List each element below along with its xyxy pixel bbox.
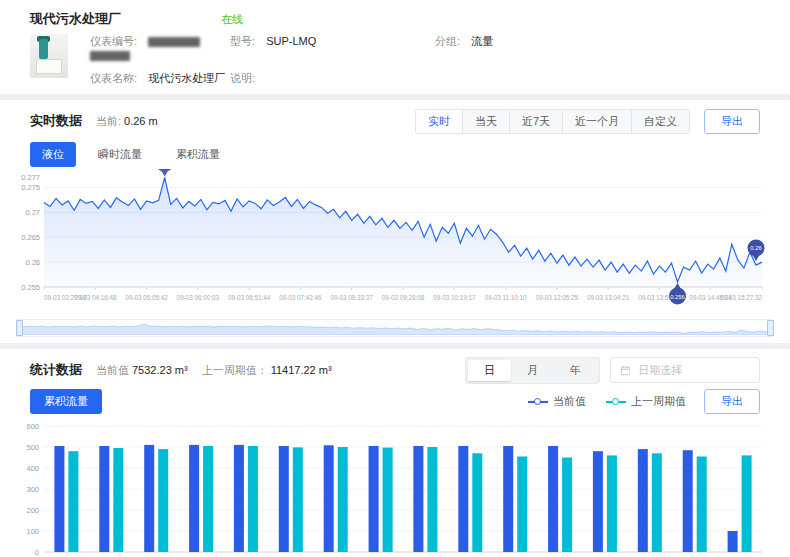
svg-text:0.26: 0.26 <box>750 245 761 251</box>
svg-text:0.27: 0.27 <box>25 208 40 217</box>
svg-text:100: 100 <box>26 527 39 536</box>
group-label: 分组: <box>435 35 460 47</box>
model-value: SUP-LMQ <box>266 35 316 47</box>
chart-legend: 当前值上一周期值 <box>528 394 686 409</box>
period-button-日[interactable]: 日 <box>468 360 511 381</box>
legend-marker-icon <box>528 397 548 406</box>
stats-export-button[interactable]: 导出 <box>704 389 760 414</box>
svg-text:09-03 10:19:17: 09-03 10:19:17 <box>433 294 476 301</box>
range-button-实时[interactable]: 实时 <box>416 110 463 133</box>
svg-text:600: 600 <box>26 422 39 431</box>
current-label: 当前: <box>96 115 121 127</box>
date-picker[interactable] <box>610 357 760 383</box>
redacted-value <box>148 37 200 47</box>
svg-text:0: 0 <box>35 548 39 557</box>
line-chart-datazoom-slider[interactable] <box>16 319 774 337</box>
device-name-label: 仪表名称: <box>90 72 137 84</box>
device-header-card: 现代污水处理厂 在线 仪表编号: 型号: SUP-LMQ 分组: 流量 仪表名 <box>0 0 790 94</box>
stat-current-value: 7532.23 m³ <box>132 364 188 376</box>
period-button-月[interactable]: 月 <box>511 360 554 381</box>
cumulative-flow-button[interactable]: 累积流量 <box>30 389 102 414</box>
group-value: 流量 <box>471 35 493 47</box>
svg-text:0.256: 0.256 <box>670 294 685 300</box>
export-button[interactable]: 导出 <box>704 109 760 134</box>
stat-current-label: 当前值 <box>96 364 129 376</box>
period-segmented-control: 日月年 <box>465 357 600 384</box>
svg-text:0.277: 0.277 <box>21 173 40 182</box>
svg-text:0.26: 0.26 <box>25 258 40 267</box>
legend-marker-icon <box>606 397 626 406</box>
svg-text:09-03 11:10:10: 09-03 11:10:10 <box>485 294 527 301</box>
tab-累积流量[interactable]: 累积流量 <box>164 142 232 167</box>
metric-tabs: 液位瞬时流量累积流量 <box>0 134 790 167</box>
remark-label: 说明: <box>230 72 255 84</box>
current-value: 0.26 m <box>124 115 158 127</box>
redacted-value <box>90 51 130 61</box>
range-button-近7天[interactable]: 近7天 <box>510 110 563 133</box>
svg-text:09-03 09:28:08: 09-03 09:28:08 <box>382 294 425 301</box>
stat-prev-label: 上一周期值： <box>202 364 268 376</box>
status-badge: 在线 <box>221 12 243 27</box>
svg-text:0.275: 0.275 <box>21 183 40 192</box>
calendar-icon <box>621 365 630 376</box>
device-fields: 仪表编号: 型号: SUP-LMQ 分组: 流量 仪表名称: 现代污水处理厂 说… <box>90 34 493 86</box>
svg-text:09-03 04:16:48: 09-03 04:16:48 <box>74 294 117 301</box>
date-picker-input[interactable] <box>636 363 749 377</box>
legend-label: 当前值 <box>553 394 586 409</box>
svg-text:09-03 12:05:25: 09-03 12:05:25 <box>536 294 579 301</box>
device-name-value: 现代污水处理厂 <box>148 72 225 84</box>
svg-text:09-03 06:00:03: 09-03 06:00:03 <box>177 294 220 301</box>
datazoom-right-handle[interactable] <box>767 320 774 336</box>
range-button-自定义[interactable]: 自定义 <box>632 110 689 133</box>
meter-no-label: 仪表编号: <box>90 35 137 47</box>
legend-item[interactable]: 当前值 <box>528 394 586 409</box>
svg-text:400: 400 <box>26 464 39 473</box>
time-range-group: 实时当天近7天近一个月自定义 <box>415 109 690 134</box>
datazoom-preview <box>17 321 773 335</box>
svg-text:500: 500 <box>26 443 39 452</box>
realtime-section: 实时数据 当前:0.26 m 实时当天近7天近一个月自定义 导出 液位瞬时流量累… <box>0 100 790 337</box>
svg-text:09-03 06:51:44: 09-03 06:51:44 <box>228 294 271 301</box>
range-button-当天[interactable]: 当天 <box>463 110 510 133</box>
range-button-近一个月[interactable]: 近一个月 <box>563 110 632 133</box>
realtime-title: 实时数据 <box>30 112 82 130</box>
svg-text:09-03 08:33:37: 09-03 08:33:37 <box>331 294 374 301</box>
tab-液位[interactable]: 液位 <box>30 142 76 167</box>
stat-prev-value: 11417.22 m³ <box>271 364 332 376</box>
tab-瞬时流量[interactable]: 瞬时流量 <box>86 142 154 167</box>
device-photo <box>30 34 68 78</box>
model-label: 型号: <box>230 35 255 47</box>
svg-text:0.255: 0.255 <box>21 283 40 292</box>
svg-text:09-03 07:42:46: 09-03 07:42:46 <box>279 294 322 301</box>
svg-text:0.265: 0.265 <box>21 233 40 242</box>
svg-text:09-03 13:04:21: 09-03 13:04:21 <box>587 294 630 301</box>
stats-section: 统计数据 当前值7532.23 m³ 上一周期值：11417.22 m³ 日月年… <box>0 349 790 557</box>
svg-text:300: 300 <box>26 485 39 494</box>
bar-chart[interactable]: 01002003004005006002024-09-03 00:002024-… <box>14 416 776 557</box>
stats-title: 统计数据 <box>30 361 82 379</box>
line-chart[interactable]: 0.2550.260.2650.270.2750.27709-03 03:27:… <box>14 169 776 317</box>
page-title: 现代污水处理厂 <box>30 10 121 28</box>
svg-text:200: 200 <box>26 506 39 515</box>
svg-text:09-03 05:05:42: 09-03 05:05:42 <box>125 294 168 301</box>
legend-label: 上一周期值 <box>631 394 686 409</box>
legend-item[interactable]: 上一周期值 <box>606 394 686 409</box>
datazoom-left-handle[interactable] <box>16 320 23 336</box>
period-button-年[interactable]: 年 <box>554 360 597 381</box>
svg-text:09-03 15:27:32: 09-03 15:27:32 <box>720 294 763 301</box>
